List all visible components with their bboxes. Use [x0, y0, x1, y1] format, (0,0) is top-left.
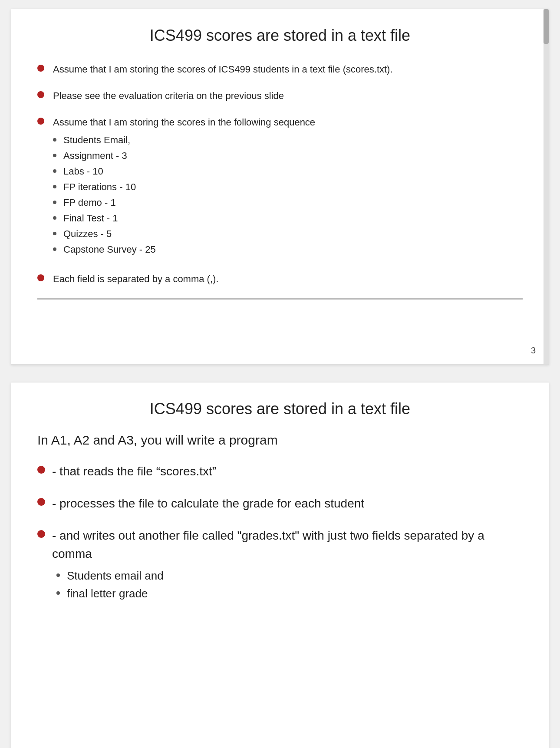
bullet-text-2: Please see the evaluation criteria on th… [53, 89, 284, 103]
slide2-bullet-dot-3 [37, 530, 45, 538]
sub-dot-5 [53, 201, 56, 204]
sub-dot-1 [53, 138, 56, 142]
slide2-sub-dot-2 [56, 591, 60, 595]
sub-dot-3 [53, 169, 56, 173]
bullet-1: Assume that I am storing the scores of I… [37, 62, 523, 76]
sub-item-5: FP demo - 1 [53, 197, 315, 208]
slide2-bullet-2: - processes the file to calculate the gr… [37, 494, 523, 513]
sub-item-3: Labs - 10 [53, 166, 315, 177]
bullet-text-3: Assume that I am storing the scores in t… [53, 117, 315, 128]
slide2-bullet-1: - that reads the file “scores.txt” [37, 462, 523, 481]
bullet-3: Assume that I am storing the scores in t… [37, 115, 523, 260]
slide2-sub-item-1: Students email and [56, 569, 523, 583]
slide2-sub-dot-1 [56, 573, 60, 577]
sub-dot-4 [53, 185, 56, 188]
slide-2: ICS499 scores are stored in a text file … [11, 382, 549, 748]
bullet-dot-2 [37, 91, 44, 98]
sub-dot-6 [53, 216, 56, 220]
sub-item-2: Assignment - 3 [53, 150, 315, 161]
slide-1-title: ICS499 scores are stored in a text file [37, 26, 523, 45]
page-number: 3 [531, 346, 536, 356]
bullet-4: Each field is separated by a comma (,). [37, 272, 523, 286]
slide2-bullet-text-3: - and writes out another file called "gr… [52, 529, 484, 560]
bullet-dot-1 [37, 65, 44, 72]
sub-item-7: Quizzes - 5 [53, 228, 315, 240]
bullet-dot-3 [37, 118, 44, 125]
sub-bullet-list-1: Students Email, Assignment - 3 Labs - 10… [53, 135, 315, 255]
sub-dot-8 [53, 247, 56, 251]
bullet-dot-4 [37, 274, 44, 281]
slide2-bullet-3: - and writes out another file called "gr… [37, 527, 523, 605]
slide-divider [37, 298, 523, 300]
slide-2-intro: In A1, A2 and A3, you will write a progr… [37, 431, 523, 449]
slide2-bullet-text-1: - that reads the file “scores.txt” [52, 462, 216, 481]
slide2-sub-item-2: final letter grade [56, 587, 523, 600]
slide2-bullet-text-2: - processes the file to calculate the gr… [52, 494, 364, 513]
sub-item-1: Students Email, [53, 135, 315, 146]
bullet-3-content: Assume that I am storing the scores in t… [53, 115, 315, 260]
slide2-sub-bullet-list: Students email and final letter grade [56, 569, 523, 600]
slide2-bullet-dot-2 [37, 498, 45, 506]
bullet-text-1: Assume that I am storing the scores of I… [53, 62, 393, 76]
sub-dot-7 [53, 232, 56, 235]
sub-item-4: FP iterations - 10 [53, 181, 315, 193]
bullet-2: Please see the evaluation criteria on th… [37, 89, 523, 103]
slide-2-title: ICS499 scores are stored in a text file [37, 400, 523, 418]
scrollbar-thumb[interactable] [544, 9, 549, 44]
sub-dot-2 [53, 154, 56, 157]
slide2-bullet-dot-1 [37, 466, 45, 474]
sub-item-6: Final Test - 1 [53, 213, 315, 224]
slide-1: ICS499 scores are stored in a text file … [11, 9, 549, 365]
slide2-bullet-3-content: - and writes out another file called "gr… [52, 527, 523, 605]
sub-item-8: Capstone Survey - 25 [53, 244, 315, 255]
bullet-text-4: Each field is separated by a comma (,). [53, 272, 219, 286]
